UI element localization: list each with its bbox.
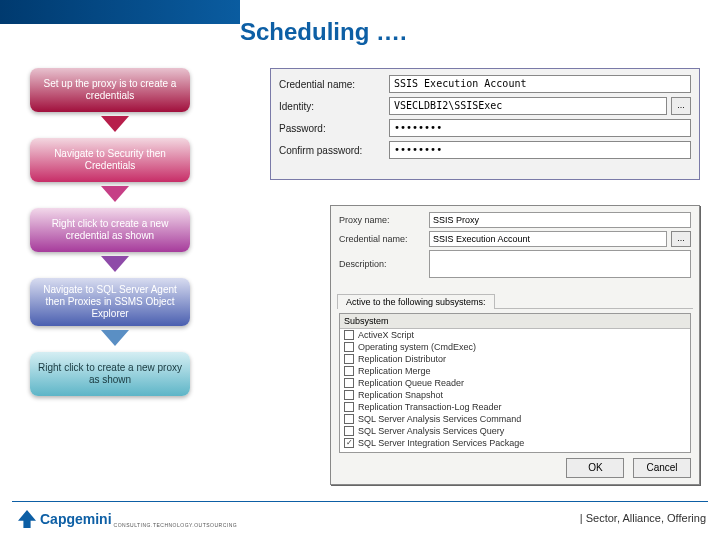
subsystem-label: SQL Server Analysis Services Query (358, 426, 504, 436)
credential-name-label: Credential name: (279, 79, 389, 90)
checkbox-icon[interactable] (344, 390, 354, 400)
list-item[interactable]: SQL Server Analysis Services Command (340, 413, 690, 425)
cancel-button[interactable]: Cancel (633, 458, 691, 478)
list-item[interactable]: Replication Distributor (340, 353, 690, 365)
logo-tagline: CONSULTING.TECHNOLOGY.OUTSOURCING (114, 522, 238, 528)
list-item[interactable]: ✓SQL Server Integration Services Package (340, 437, 690, 449)
list-item[interactable]: Replication Merge (340, 365, 690, 377)
list-item[interactable]: Replication Snapshot (340, 389, 690, 401)
ok-button[interactable]: OK (566, 458, 624, 478)
description-input[interactable] (429, 250, 691, 278)
footer-divider (12, 501, 708, 502)
confirm-password-label: Confirm password: (279, 145, 389, 156)
password-label: Password: (279, 123, 389, 134)
step-1: Set up the proxy is to create a credenti… (30, 68, 190, 112)
header-accent (0, 0, 240, 24)
subsystem-label: SQL Server Analysis Services Command (358, 414, 521, 424)
step-4: Navigate to SQL Server Agent then Proxie… (30, 278, 190, 326)
checkbox-icon[interactable] (344, 402, 354, 412)
checkbox-icon[interactable] (344, 378, 354, 388)
step-3: Right click to create a new credential a… (30, 208, 190, 252)
page-title: Scheduling …. (240, 18, 407, 46)
logo: Capgemini CONSULTING.TECHNOLOGY.OUTSOURC… (18, 510, 237, 528)
logo-icon (18, 510, 36, 528)
step-flow: Set up the proxy is to create a credenti… (30, 68, 200, 396)
checkbox-icon[interactable] (344, 342, 354, 352)
logo-name: Capgemini (40, 511, 112, 527)
subsystems-tab[interactable]: Active to the following subsystems: (337, 294, 495, 309)
subsystem-label: Replication Snapshot (358, 390, 443, 400)
arrow-down-icon (101, 330, 129, 346)
identity-label: Identity: (279, 101, 389, 112)
password-input[interactable]: •••••••• (389, 119, 691, 137)
subsystem-label: ActiveX Script (358, 330, 414, 340)
proxy-name-label: Proxy name: (339, 215, 429, 225)
proxy-name-input[interactable]: SSIS Proxy (429, 212, 691, 228)
step-5: Right click to create a new proxy as sho… (30, 352, 190, 396)
description-label: Description: (339, 259, 429, 269)
list-item[interactable]: Operating system (CmdExec) (340, 341, 690, 353)
subsystem-label: Operating system (CmdExec) (358, 342, 476, 352)
subsystem-label: SQL Server Integration Services Package (358, 438, 524, 448)
list-item[interactable]: ActiveX Script (340, 329, 690, 341)
subsystem-label: Replication Distributor (358, 354, 446, 364)
proxy-dialog: Proxy name: SSIS Proxy Credential name: … (330, 205, 700, 485)
subsystem-label: Replication Queue Reader (358, 378, 464, 388)
browse-button[interactable]: ... (671, 97, 691, 115)
checkbox-icon[interactable] (344, 330, 354, 340)
step-2: Navigate to Security then Credentials (30, 138, 190, 182)
checkbox-icon[interactable] (344, 366, 354, 376)
footer-text: | Sector, Alliance, Offering (580, 512, 706, 524)
proxy-credential-input[interactable]: SSIS Execution Account (429, 231, 667, 247)
checkbox-icon[interactable]: ✓ (344, 438, 354, 448)
subsystem-header: Subsystem (344, 316, 686, 326)
subsystem-label: Replication Transaction-Log Reader (358, 402, 502, 412)
list-item[interactable]: Replication Transaction-Log Reader (340, 401, 690, 413)
subsystem-label: Replication Merge (358, 366, 431, 376)
arrow-down-icon (101, 186, 129, 202)
browse-button[interactable]: ... (671, 231, 691, 247)
list-item[interactable]: Replication Queue Reader (340, 377, 690, 389)
subsystems-list: Subsystem ActiveX ScriptOperating system… (339, 313, 691, 453)
checkbox-icon[interactable] (344, 426, 354, 436)
checkbox-icon[interactable] (344, 414, 354, 424)
checkbox-icon[interactable] (344, 354, 354, 364)
proxy-credential-label: Credential name: (339, 234, 429, 244)
confirm-password-input[interactable]: •••••••• (389, 141, 691, 159)
arrow-down-icon (101, 256, 129, 272)
credential-dialog: Credential name: SSIS Execution Account … (270, 68, 700, 180)
credential-name-input[interactable]: SSIS Execution Account (389, 75, 691, 93)
identity-input[interactable]: VSECLDBI2\SSISExec (389, 97, 667, 115)
arrow-down-icon (101, 116, 129, 132)
list-item[interactable]: SQL Server Analysis Services Query (340, 425, 690, 437)
